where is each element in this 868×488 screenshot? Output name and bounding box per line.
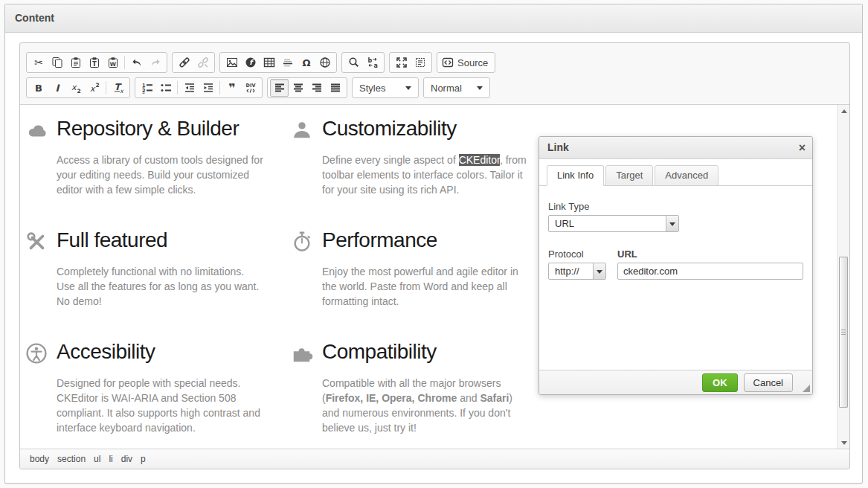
- scrollbar-down-button[interactable]: [838, 437, 849, 449]
- tools-icon: [25, 231, 48, 253]
- toolbar-separator: [124, 56, 125, 69]
- text-segment: Completely functional with no limitation…: [57, 266, 259, 307]
- maximize-icon: [396, 57, 408, 68]
- url-label: URL: [617, 248, 803, 260]
- copy-icon: [51, 57, 63, 68]
- section-title: Repository & Builder: [57, 117, 265, 141]
- italic-icon: [51, 82, 63, 94]
- bulleted-list-button[interactable]: [156, 79, 175, 97]
- styles-combo[interactable]: Styles: [352, 77, 419, 98]
- replace-icon: [367, 57, 379, 68]
- close-icon[interactable]: ×: [799, 137, 806, 158]
- toolbar-separator: [219, 81, 220, 94]
- cancel-button[interactable]: Cancel: [744, 373, 793, 392]
- numbered-list-button[interactable]: [138, 79, 156, 97]
- outdent-icon: [184, 82, 196, 94]
- dialog-resize-handle[interactable]: [803, 385, 810, 392]
- div-container-button[interactable]: [241, 79, 260, 97]
- path-item-body[interactable]: body: [30, 454, 49, 464]
- outdent-button[interactable]: [180, 79, 199, 97]
- person-icon: [291, 119, 313, 141]
- link-button[interactable]: [175, 54, 193, 71]
- url-input[interactable]: [617, 263, 803, 280]
- maximize-button[interactable]: [392, 54, 411, 71]
- align-right-button[interactable]: [307, 79, 326, 97]
- section-accesibility: AccesibilityDesigned for people with spe…: [25, 340, 265, 435]
- align-right-icon: [311, 82, 323, 94]
- align-center-button[interactable]: [289, 79, 307, 97]
- path-item-li[interactable]: li: [109, 454, 112, 464]
- table-button[interactable]: [260, 54, 278, 71]
- text-segment: Access a library of custom tools designe…: [57, 154, 263, 196]
- undo-button[interactable]: [127, 54, 146, 71]
- protocol-value: http://: [549, 263, 593, 279]
- text-segment: and: [457, 392, 480, 404]
- italic-button[interactable]: [48, 79, 66, 97]
- bold-button[interactable]: [29, 79, 48, 97]
- chevron-down-icon: [597, 270, 602, 277]
- section-paragraph: Designed for people with special needs. …: [57, 376, 265, 435]
- section-title: Full featured: [57, 228, 265, 252]
- dialog-body: Link Type URL Protocol http:// URL: [539, 186, 812, 373]
- tab-link-info[interactable]: Link Info: [547, 165, 604, 186]
- align-left-button[interactable]: [270, 79, 289, 97]
- replace-button[interactable]: [363, 54, 382, 71]
- format-combo[interactable]: Normal: [423, 77, 490, 98]
- link-type-label: Link Type: [548, 201, 803, 212]
- dialog-tabs: Link InfoTargetAdvanced: [539, 159, 812, 186]
- image-button[interactable]: [222, 54, 241, 71]
- source-button[interactable]: Source: [440, 54, 492, 71]
- toolbar-group: [135, 77, 263, 98]
- link-type-select[interactable]: URL: [548, 215, 679, 232]
- protocol-select[interactable]: http://: [548, 263, 606, 280]
- scrollbar-thumb[interactable]: [839, 257, 848, 408]
- flash-button[interactable]: [241, 54, 260, 71]
- paste-button[interactable]: [66, 54, 85, 71]
- link-type-dropdown-button[interactable]: [666, 216, 678, 231]
- iframe-button[interactable]: [315, 54, 334, 71]
- scrollbar-up-button[interactable]: [838, 105, 849, 117]
- dialog-title: Link: [547, 141, 569, 153]
- ok-button[interactable]: OK: [702, 373, 738, 392]
- chevron-down-icon: [477, 86, 483, 93]
- chevron-down-icon: [405, 86, 411, 93]
- show-blocks-button[interactable]: [411, 54, 429, 71]
- redo-icon: [150, 57, 161, 68]
- path-item-ul[interactable]: ul: [94, 454, 100, 464]
- section-compatibility: CompatibilityCompatible with all the maj…: [291, 340, 530, 435]
- table-icon: [263, 57, 275, 68]
- tab-advanced[interactable]: Advanced: [655, 165, 718, 186]
- superscript-button[interactable]: [85, 79, 103, 97]
- align-left-icon: [274, 82, 286, 94]
- scrollbar-grip-icon: [841, 330, 846, 336]
- horizontal-rule-button[interactable]: [278, 54, 297, 71]
- paste-text-icon: [89, 57, 100, 68]
- align-justify-button[interactable]: [326, 79, 344, 97]
- paste-text-button[interactable]: [85, 54, 103, 71]
- path-item-section[interactable]: section: [57, 454, 86, 464]
- tab-target[interactable]: Target: [605, 165, 653, 186]
- format-combo-label: Normal: [431, 83, 462, 94]
- redo-button[interactable]: [146, 54, 164, 71]
- text-segment: Safari: [480, 392, 509, 404]
- section-title: Customizability: [322, 117, 530, 141]
- find-button[interactable]: [344, 54, 363, 71]
- path-item-p[interactable]: p: [141, 454, 146, 464]
- cut-button[interactable]: [29, 54, 48, 71]
- section-title: Compatibility: [322, 340, 530, 364]
- special-character-button[interactable]: [297, 54, 315, 71]
- iframe-icon: [319, 57, 331, 68]
- indent-button[interactable]: [199, 79, 217, 97]
- blockquote-button[interactable]: [222, 79, 241, 97]
- subscript-button[interactable]: [66, 79, 85, 97]
- dialog-header[interactable]: Link ×: [539, 137, 812, 159]
- path-item-div[interactable]: div: [121, 454, 132, 464]
- copy-button[interactable]: [48, 54, 66, 71]
- unlink-button[interactable]: [193, 54, 212, 71]
- toolbar-group: [267, 77, 347, 98]
- paste-word-button[interactable]: [103, 54, 122, 71]
- protocol-dropdown-button[interactable]: [593, 263, 605, 279]
- content-scrollbar[interactable]: [837, 105, 849, 449]
- remove-format-button[interactable]: [109, 79, 127, 97]
- link-icon: [179, 57, 190, 68]
